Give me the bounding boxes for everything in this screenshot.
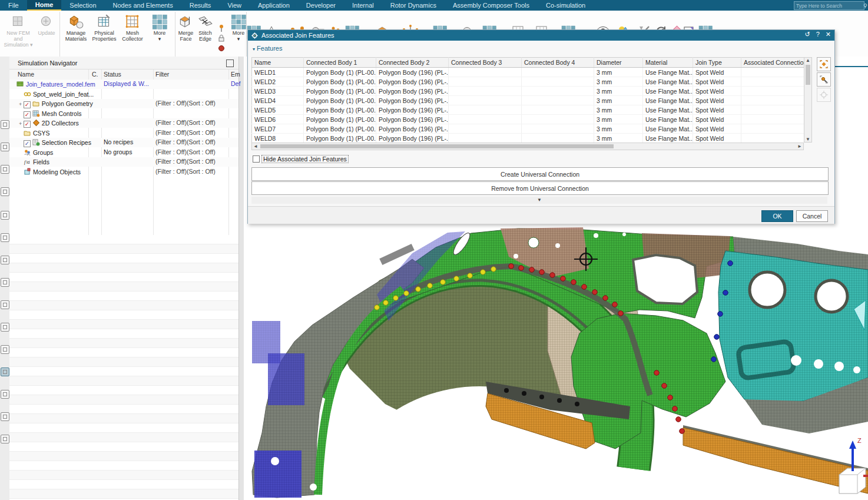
table-cell[interactable]: Spot Weld	[693, 134, 741, 143]
menu-tab-internal[interactable]: Internal	[344, 0, 382, 11]
table-cell[interactable]	[449, 115, 522, 124]
table-cell[interactable]: WELD7	[252, 124, 304, 134]
table-cell[interactable]: Polygon Body (196) (PL-...	[376, 115, 449, 124]
physical-properties-button[interactable]: PhysicalProperties	[91, 13, 118, 42]
table-cell[interactable]: Polygon Body (1) (PL-00...	[304, 87, 376, 96]
menu-tab-assembly-composer-tools[interactable]: Assembly Composer Tools	[445, 0, 538, 11]
resource-bar-icon[interactable]	[1, 435, 9, 443]
resource-bar-icon[interactable]	[1, 278, 9, 287]
table-column-header[interactable]: Connected Body 3	[449, 58, 522, 68]
table-cell[interactable]	[741, 105, 804, 115]
new-fem-simulation-button[interactable]: New FEM andSimulation ▾	[2, 13, 34, 48]
navigator-row-2d-collectors[interactable]: +✓ 2D Collectors(Filter : Off)(Sort : Of…	[9, 118, 238, 128]
table-cell[interactable]	[741, 115, 804, 124]
table-cell[interactable]: WELD3	[252, 87, 304, 96]
lock-icon[interactable]	[217, 34, 226, 43]
table-cell[interactable]: WELD8	[252, 134, 304, 143]
table-cell[interactable]: Use Flange Mat...	[643, 115, 693, 124]
table-cell[interactable]: Use Flange Mat...	[643, 77, 693, 87]
table-cell[interactable]: Polygon Body (196) (PL-...	[376, 134, 449, 143]
dialog-close-icon[interactable]: ✕	[826, 31, 831, 38]
command-search[interactable]: ⚲	[794, 1, 864, 10]
stitch-edge-button[interactable]: StitchEdge	[196, 13, 215, 42]
navigator-row-groups[interactable]: GroupsNo groups(Filter : Off)(Sort : Off…	[9, 148, 238, 157]
table-cell[interactable]: Spot Weld	[693, 105, 741, 115]
resource-bar-icon[interactable]	[1, 187, 9, 196]
manage-materials-button[interactable]: ManageMaterials	[62, 13, 90, 42]
table-row[interactable]: WELD5Polygon Body (1) (PL-00...Polygon B…	[252, 105, 804, 115]
table-column-header[interactable]: Connected Body 2	[376, 58, 449, 68]
table-cell[interactable]: WELD4	[252, 96, 304, 105]
table-cell[interactable]: Polygon Body (1) (PL-00...	[304, 105, 376, 115]
table-cell[interactable]	[522, 134, 594, 143]
table-cell[interactable]: Polygon Body (1) (PL-00...	[304, 134, 376, 143]
navigator-row-selection-recipes[interactable]: ✓ Selection RecipesNo recipes(Filter : O…	[9, 138, 238, 147]
navigator-row-polygon-geometry[interactable]: +✓ Polygon Geometry(Filter : Off)(Sort :…	[9, 99, 238, 108]
dialog-titlebar[interactable]: Associated Join Features	[248, 30, 834, 41]
menu-tab-results[interactable]: Results	[181, 0, 220, 11]
table-column-header[interactable]: Connected Body 1	[304, 58, 376, 68]
table-cell[interactable]	[522, 68, 594, 77]
navigator-row-fields[interactable]: fld Fields(Filter : Off)(Sort : Off)	[9, 157, 238, 167]
table-column-header[interactable]: Associated Connection	[741, 58, 804, 68]
locate-feature-button[interactable]	[817, 88, 831, 102]
checkbox-box[interactable]	[253, 155, 260, 163]
table-column-header[interactable]: Material	[643, 58, 693, 68]
table-cell[interactable]	[522, 115, 594, 124]
highlight-feature-button[interactable]	[817, 57, 831, 71]
resource-bar-icon[interactable]	[1, 165, 9, 174]
navigator-row-mesh-controls[interactable]: ✓ Mesh Controls	[9, 109, 238, 118]
table-cell[interactable]: Use Flange Mat...	[643, 68, 693, 77]
table-cell[interactable]	[741, 96, 804, 105]
table-horizontal-scrollbar[interactable]: ◄ ►	[251, 143, 804, 150]
visibility-checkbox[interactable]: ✓	[24, 121, 31, 128]
table-cell[interactable]: WELD5	[252, 105, 304, 115]
table-cell[interactable]	[449, 96, 522, 105]
polygon-more-button[interactable]: More▾	[230, 13, 247, 42]
merge-face-button[interactable]: MergeFace	[176, 13, 196, 42]
visibility-checkbox[interactable]: ✓	[24, 101, 31, 108]
table-cell[interactable]: Use Flange Mat...	[643, 105, 693, 115]
table-cell[interactable]: WELD6	[252, 115, 304, 124]
table-vertical-scrollbar[interactable]: ▲ ▼	[804, 57, 812, 143]
table-cell[interactable]	[522, 87, 594, 96]
table-cell[interactable]	[449, 124, 522, 134]
table-cell[interactable]: WELD1	[252, 68, 304, 77]
table-cell[interactable]	[449, 87, 522, 96]
resource-bar-icon[interactable]	[1, 256, 9, 264]
table-cell[interactable]: Use Flange Mat...	[643, 87, 693, 96]
scroll-thumb[interactable]	[260, 144, 614, 148]
hide-associated-join-features-checkbox[interactable]: Hide Associated Join Features	[253, 155, 348, 163]
table-cell[interactable]: Use Flange Mat...	[643, 134, 693, 143]
menu-tab-co-simulation[interactable]: Co-simulation	[538, 0, 594, 11]
mesh-collector-button[interactable]: MeshCollector	[119, 13, 146, 42]
properties-more-button[interactable]: More▾	[147, 13, 172, 42]
table-cell[interactable]: 3 mm	[594, 96, 643, 105]
resource-bar-icon[interactable]	[1, 143, 9, 151]
table-cell[interactable]: Polygon Body (196) (PL-...	[376, 105, 449, 115]
cancel-button[interactable]: Cancel	[796, 210, 828, 222]
table-cell[interactable]	[741, 77, 804, 87]
table-cell[interactable]: Spot Weld	[693, 96, 741, 105]
table-cell[interactable]	[741, 124, 804, 134]
table-cell[interactable]	[449, 77, 522, 87]
menu-tab-home[interactable]: Home	[27, 0, 62, 11]
create-universal-connection-button[interactable]: Create Universal Connection	[251, 167, 829, 181]
visibility-checkbox[interactable]: ✓	[24, 111, 31, 118]
table-cell[interactable]	[449, 105, 522, 115]
table-cell[interactable]: 3 mm	[594, 124, 643, 134]
table-cell[interactable]: Use Flange Mat...	[643, 96, 693, 105]
table-column-header[interactable]: Diameter	[594, 58, 643, 68]
table-cell[interactable]: Polygon Body (1) (PL-00...	[304, 115, 376, 124]
navigator-row-spot-weld-join-feat[interactable]: Spot_weld_join_feat...	[9, 90, 238, 99]
panel-restore-icon[interactable]	[226, 59, 234, 67]
menu-tab-view[interactable]: View	[219, 0, 250, 11]
table-cell[interactable]: WELD2	[252, 77, 304, 87]
table-cell[interactable]	[449, 134, 522, 143]
pin-icon[interactable]	[217, 24, 226, 33]
table-row[interactable]: WELD8Polygon Body (1) (PL-00...Polygon B…	[252, 134, 804, 143]
dialog-help-icon[interactable]: ?	[816, 31, 820, 38]
table-cell[interactable]: Polygon Body (1) (PL-00...	[304, 124, 376, 134]
navigator-row-csys[interactable]: CSYS(Filter : Off)(Sort : Off)	[9, 128, 238, 138]
ok-button[interactable]: OK	[761, 210, 793, 222]
